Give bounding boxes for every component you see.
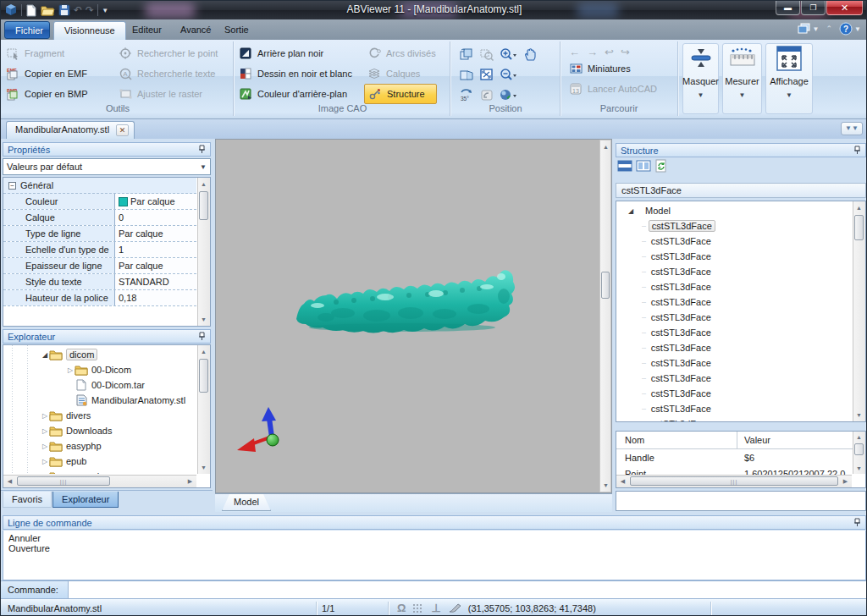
copy-bmp-button[interactable]: BMP Copier en BMP (3, 84, 115, 104)
pin-icon[interactable] (198, 332, 206, 341)
adjust-raster-button[interactable]: Ajuster le raster (115, 84, 232, 104)
tree-item-eugenol[interactable]: ▷ eugenol (3, 469, 196, 474)
scroll-thumb[interactable]: ||| (630, 476, 838, 486)
masquer-dropdown-icon[interactable]: ▼ (698, 91, 704, 99)
structure-item[interactable]: ┈cstSTL3dFace (616, 401, 851, 416)
pin-icon[interactable] (853, 146, 861, 155)
copy-emf-button[interactable]: EMF Copier en EMF (3, 63, 115, 84)
mesurer-dropdown-icon[interactable]: ▼ (739, 91, 746, 99)
masquer-button[interactable]: Masquer ▼ (682, 43, 719, 114)
viewport-3d[interactable]: ▲ ▼ (215, 139, 612, 493)
expander-icon[interactable]: ▷ (66, 366, 75, 374)
expander-icon[interactable]: ◢ (41, 351, 49, 359)
structure-item[interactable]: ┈cstSTL3dFace (616, 355, 851, 371)
expander-icon[interactable]: ▷ (41, 412, 49, 420)
scroll-up-icon[interactable]: ▲ (853, 432, 864, 443)
scroll-down-icon[interactable]: ▼ (853, 410, 864, 421)
collapse-group-icon[interactable]: − (8, 182, 16, 190)
structure-item[interactable]: ┈cstSTL3dFace (616, 264, 851, 279)
structure-item[interactable]: ┈cstSTL3dFace (616, 279, 851, 294)
scroll-thumb[interactable] (854, 443, 864, 455)
table-row[interactable]: Handle $6 (616, 449, 865, 465)
affichage-dropdown-icon[interactable]: ▼ (786, 91, 792, 99)
expander-icon[interactable]: ▷ (41, 443, 49, 450)
tab-visionneuse[interactable]: Visionneuse (53, 21, 126, 40)
tab-explorateur[interactable]: Explorateur (52, 492, 119, 508)
structure-item[interactable]: ┈cstSTL3dFace (616, 294, 851, 310)
snap-magnet-icon[interactable]: Ω (397, 602, 406, 614)
zoom-in-icon[interactable] (499, 46, 517, 63)
column-header-nom[interactable]: Nom (616, 432, 737, 448)
black-white-drawing-button[interactable]: Dessin en noir et blanc (235, 63, 364, 84)
fragment-button[interactable]: Fragment (3, 43, 115, 63)
ortho-icon[interactable]: ⊥ (431, 602, 440, 614)
property-row[interactable]: Type de ligne Par calque (3, 226, 196, 242)
document-tab[interactable]: MandibularAnatomy.stl ✕ (6, 121, 135, 139)
render-view-icon[interactable] (499, 86, 517, 103)
scroll-down-icon[interactable]: ▼ (198, 314, 209, 325)
scroll-up-icon[interactable]: ▲ (198, 346, 209, 357)
pan-hand-icon[interactable] (521, 46, 539, 63)
scroll-up-icon[interactable]: ▲ (600, 141, 611, 152)
scroll-down-icon[interactable]: ▼ (853, 463, 864, 474)
miniatures-button[interactable]: Miniatures (566, 58, 677, 79)
structure-button[interactable]: Structure (364, 84, 437, 104)
expander-icon[interactable]: ▷ (41, 458, 49, 465)
tree-item-easyphp[interactable]: ▷ easyphp (3, 438, 196, 454)
tab-editeur[interactable]: Editeur (122, 21, 172, 40)
command-history[interactable]: Annuler Ouverture (3, 531, 866, 580)
tree-item-00-dicom-tar[interactable]: 00-Dicom.tar (3, 377, 196, 393)
scroll-left-icon[interactable]: ◀ (4, 476, 15, 487)
tree-item-divers[interactable]: ▷ divers (3, 408, 196, 423)
scroll-thumb[interactable] (601, 272, 610, 299)
scroll-left-icon[interactable]: ◀ (617, 476, 628, 487)
structure-item[interactable]: ┈cstSTL3dFace (616, 371, 851, 386)
scroll-thumb[interactable] (199, 191, 208, 220)
previous-view-icon[interactable] (478, 86, 496, 103)
rotate-pages-icon[interactable] (457, 46, 476, 63)
scroll-down-icon[interactable]: ▼ (600, 480, 611, 491)
tab-model[interactable]: Model (222, 494, 271, 511)
explorer-hscrollbar[interactable]: ◀ ||| ▶ (3, 475, 196, 487)
zoom-window-icon[interactable] (478, 46, 496, 63)
property-grid-scrollbar[interactable]: ▲ ▼ (197, 178, 210, 326)
scroll-up-icon[interactable]: ▲ (198, 179, 209, 190)
structure-item[interactable]: ┈cstSTL3dFace (616, 310, 851, 325)
structure-item[interactable]: ┈cstSTL3dFace (616, 325, 851, 340)
fit-to-window-icon[interactable] (478, 66, 496, 83)
property-row[interactable]: Couleur Par calque (3, 194, 196, 210)
structure-vscrollbar[interactable]: ▲ ▼ (853, 201, 865, 421)
pin-icon[interactable] (853, 518, 861, 527)
expander-icon[interactable]: ◢ (627, 207, 635, 215)
property-row[interactable]: Hauteur de la police 0,18 (3, 290, 196, 306)
attributes-vscrollbar[interactable]: ▲ ▼ (853, 432, 865, 474)
structure-item[interactable]: ┈cstSTL3dFace (616, 249, 851, 264)
help-icon[interactable]: ? ▼ (839, 22, 861, 36)
grid-dots-icon[interactable] (412, 602, 424, 614)
columns-view-icon[interactable] (636, 159, 651, 176)
cascade-windows-icon[interactable]: ▼ (798, 23, 820, 35)
tab-fichier[interactable]: Fichier (4, 21, 50, 39)
black-background-button[interactable]: Arrière plan noir (235, 43, 364, 63)
tab-favoris[interactable]: Favoris (3, 492, 52, 508)
draw-color-icon[interactable] (448, 602, 461, 613)
rows-view-icon[interactable] (617, 159, 632, 176)
mesurer-button[interactable]: Mesurer ▼ (722, 43, 762, 114)
viewport-vscrollbar[interactable]: ▲ ▼ (599, 140, 611, 492)
structure-item[interactable]: ┈cstSTL3dFace (616, 416, 851, 421)
properties-dropdown[interactable]: Valeurs par défaut ▼ (3, 158, 211, 175)
tree-item-dicom[interactable]: ◢ dicom (3, 347, 196, 362)
explorer-vscrollbar[interactable]: ▲ ▼ (197, 345, 210, 474)
flip-pages-icon[interactable] (457, 66, 476, 83)
structure-item[interactable]: ┈cstSTL3dFace (616, 340, 851, 355)
expander-icon[interactable]: ▷ (41, 427, 49, 435)
pin-icon[interactable] (198, 145, 206, 154)
property-row[interactable]: Style du texte STANDARD (3, 274, 196, 290)
structure-root-row[interactable]: ◢ Model (616, 203, 851, 218)
scroll-thumb[interactable]: ||| (17, 476, 110, 486)
property-group-row[interactable]: − Général (3, 178, 196, 194)
close-document-icon[interactable]: ✕ (116, 124, 129, 136)
rotate-35-icon[interactable]: 35° (457, 86, 476, 103)
close-button[interactable]: ✕ (826, 1, 863, 15)
restore-button[interactable]: ❐ (801, 1, 826, 15)
